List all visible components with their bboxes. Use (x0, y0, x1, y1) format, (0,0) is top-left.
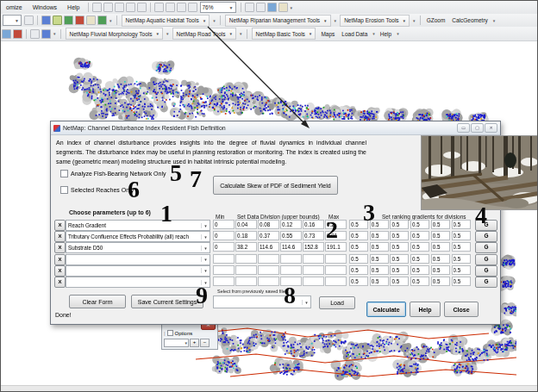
gradient-button[interactable]: G (475, 265, 497, 277)
toolbar-icon[interactable] (92, 3, 102, 12)
rank-gradient-input[interactable] (410, 277, 429, 286)
rank-gradient-input[interactable] (431, 277, 450, 286)
division-value-input[interactable] (258, 254, 279, 264)
division-value-input[interactable] (280, 220, 302, 229)
gradient-button[interactable]: G (475, 254, 497, 265)
parameter-select[interactable]: ▾ (66, 277, 210, 288)
division-value-input[interactable] (280, 254, 302, 264)
remove-row-button[interactable]: X (54, 231, 66, 242)
max-value-input[interactable] (325, 277, 347, 286)
division-value-input[interactable] (258, 231, 279, 240)
remove-row-button[interactable]: X (54, 265, 66, 277)
min-value-input[interactable] (213, 242, 235, 252)
map-canvas-watershed[interactable] (51, 41, 511, 121)
menu-help[interactable]: Help (62, 4, 84, 10)
blank-map-icon[interactable] (86, 16, 96, 25)
max-value-input[interactable] (325, 242, 347, 252)
help-menu[interactable]: Help (377, 31, 395, 37)
rank-gradient-input[interactable] (431, 231, 450, 240)
calcgeometry-button[interactable]: CalcGeometry (448, 17, 491, 23)
rank-gradient-input[interactable] (349, 277, 368, 286)
rank-gradient-input[interactable] (390, 231, 409, 240)
remove-row-button[interactable]: X (54, 254, 66, 265)
calculate-skew-button[interactable]: Calculate Skew of PDF of Sediment Yield (213, 176, 338, 195)
division-value-input[interactable] (235, 265, 257, 275)
division-value-input[interactable] (258, 220, 279, 229)
division-value-input[interactable] (280, 231, 302, 240)
toolbar-overflow-icon[interactable]: ▾ (53, 31, 56, 36)
toolbar-icon[interactable] (103, 3, 113, 12)
rank-gradient-input[interactable] (390, 265, 409, 275)
identify-icon[interactable] (13, 29, 22, 39)
grid-icon[interactable] (41, 29, 51, 39)
load-data-menu[interactable]: Load Data (338, 31, 371, 37)
parameter-select[interactable]: Reach Gradient ▾ (66, 220, 210, 231)
help-button[interactable]: Help (410, 302, 441, 317)
gradient-button[interactable]: G (475, 277, 497, 288)
rank-gradient-input[interactable] (431, 265, 450, 275)
globe-icon[interactable] (267, 3, 277, 12)
toolbar-icon[interactable] (137, 3, 147, 12)
min-value-input[interactable] (213, 277, 235, 286)
parameter-select[interactable]: Substrate D50 ▾ (66, 242, 210, 253)
rank-gradient-input[interactable] (370, 265, 389, 275)
gzoom-button[interactable]: GZoom (423, 17, 449, 23)
toolbar-overflow-icon[interactable]: ▾ (291, 5, 293, 10)
division-value-input[interactable] (303, 277, 324, 286)
netmap-basic-tools-dropdown[interactable]: NetMap Basic Tools ▾ (252, 28, 316, 40)
division-value-input[interactable] (280, 265, 302, 275)
tools-icon[interactable] (97, 16, 107, 25)
toolbar-icon[interactable] (188, 3, 197, 12)
rank-gradient-input[interactable] (431, 220, 450, 229)
rank-gradient-input[interactable] (370, 254, 389, 264)
toolbar-icon[interactable] (166, 3, 175, 12)
options-checkbox[interactable] (167, 330, 173, 336)
rank-gradient-input[interactable] (431, 254, 450, 264)
maximize-button[interactable]: ▢ (471, 123, 484, 133)
rank-gradient-input[interactable] (390, 277, 409, 286)
division-value-input[interactable] (280, 242, 302, 252)
toolbar-overflow-icon[interactable]: ▾ (240, 31, 242, 36)
selected-reaches-checkbox[interactable] (60, 186, 68, 194)
measure-icon[interactable] (24, 16, 34, 25)
division-value-input[interactable] (303, 220, 324, 229)
rank-gradient-input[interactable] (349, 254, 368, 264)
parameter-select[interactable]: ▾ (66, 265, 210, 277)
toolbar-icon[interactable] (126, 3, 135, 12)
toolbar-overflow-icon[interactable]: ▾ (166, 31, 169, 36)
folder-icon[interactable] (53, 16, 62, 25)
rank-gradient-input[interactable] (370, 277, 389, 286)
rank-gradient-input[interactable] (452, 231, 471, 240)
saved-files-combo[interactable]: ▾ (213, 296, 311, 308)
save-settings-button[interactable]: Save Current Settings (131, 295, 203, 308)
select-features-icon[interactable] (2, 29, 11, 39)
toolbar-overflow-icon[interactable]: ▾ (335, 18, 337, 23)
dialog-titlebar[interactable]: NetMap: Channel Disturbance Index Reside… (51, 121, 500, 135)
attribute-table-icon[interactable] (30, 29, 40, 39)
rank-gradient-input[interactable] (410, 242, 429, 252)
toolbar-icon[interactable] (115, 3, 124, 12)
fish-network-checkbox[interactable] (60, 170, 68, 177)
rank-gradient-input[interactable] (452, 242, 471, 252)
load-button[interactable]: Load (319, 296, 355, 309)
parameter-select[interactable]: Tributary Confluence Effects Probability… (66, 231, 210, 242)
netmap-road-tools-dropdown[interactable]: NetMap Road Tools ▾ (172, 28, 236, 40)
division-value-input[interactable] (303, 242, 324, 252)
toolbar-overflow-icon[interactable]: ▾ (109, 18, 112, 23)
minimize-button[interactable]: ▭ (457, 123, 470, 133)
remove-row-button[interactable]: X (54, 220, 66, 231)
close-button-bottom[interactable]: Close (444, 302, 479, 317)
min-value-input[interactable] (213, 220, 235, 229)
toolbar-icon[interactable] (256, 3, 266, 12)
close-button[interactable]: ✕ (485, 123, 497, 133)
chevron-down-icon[interactable]: ▾ (493, 18, 496, 23)
toolbar-overflow-icon[interactable]: ▾ (213, 18, 216, 23)
zoom-in-button[interactable]: + (190, 339, 199, 347)
remove-row-button[interactable]: X (54, 277, 66, 288)
min-value-input[interactable] (213, 231, 235, 240)
division-value-input[interactable] (235, 231, 257, 240)
division-value-input[interactable] (258, 265, 279, 275)
delete-layer-icon[interactable] (75, 16, 84, 25)
toolbar-icon[interactable] (245, 3, 254, 12)
maps-menu[interactable]: Maps (317, 31, 338, 37)
